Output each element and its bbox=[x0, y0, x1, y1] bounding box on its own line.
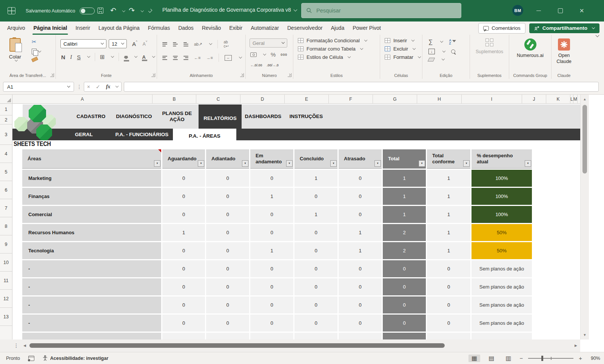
filter-button[interactable]: ▾ bbox=[198, 160, 204, 167]
cell-atrasado[interactable]: 0 bbox=[339, 315, 382, 332]
cell-area[interactable]: - bbox=[22, 260, 161, 277]
cell-total[interactable]: 1 bbox=[383, 170, 426, 187]
enter-icon[interactable]: ✓ bbox=[96, 84, 100, 90]
cell-concluido[interactable]: 0 bbox=[294, 242, 337, 259]
find-icon[interactable] bbox=[451, 49, 455, 54]
align-top-icon[interactable] bbox=[162, 42, 167, 46]
cell-aguardando[interactable]: 0 bbox=[162, 170, 205, 187]
comments-button[interactable]: Comentários bbox=[478, 23, 525, 34]
cut-icon[interactable]: ✂ bbox=[32, 38, 37, 45]
cell-concluido[interactable]: 0 bbox=[294, 188, 337, 205]
redo-icon[interactable]: ↷ bbox=[129, 6, 135, 15]
cell-area[interactable]: - bbox=[22, 278, 161, 295]
cell-total[interactable]: 0 bbox=[383, 315, 426, 332]
cell-desempenho[interactable]: 100% bbox=[471, 188, 532, 205]
cell-desempenho[interactable]: 100% bbox=[471, 170, 532, 187]
cell-aguardando[interactable]: 0 bbox=[162, 278, 205, 295]
cell-atrasado[interactable]: 0 bbox=[339, 296, 382, 313]
cell-aguardando[interactable]: 0 bbox=[162, 315, 205, 332]
cell-concluido[interactable]: 1 bbox=[294, 206, 337, 223]
cell-area[interactable]: - bbox=[22, 296, 161, 313]
filter-button[interactable]: ▾ bbox=[154, 160, 160, 167]
scroll-left-icon[interactable]: ◀ bbox=[23, 344, 26, 347]
quick-access-chevron[interactable] bbox=[148, 9, 153, 13]
ribbon-tab[interactable]: Ajuda bbox=[327, 22, 348, 35]
ribbon-tab[interactable]: Desenvolvedor bbox=[283, 22, 327, 35]
cell-total[interactable]: 0 bbox=[383, 296, 426, 313]
table-header-cell[interactable]: Em andamento ▾ bbox=[250, 149, 293, 169]
zoom-out-button[interactable]: − bbox=[519, 355, 523, 361]
row-header[interactable]: 1 bbox=[0, 104, 12, 115]
autosave-toggle[interactable] bbox=[80, 8, 95, 14]
align-bottom-icon[interactable] bbox=[183, 42, 188, 46]
horizontal-scroll-thumb[interactable] bbox=[29, 343, 445, 348]
name-box[interactable]: A1 bbox=[3, 82, 74, 92]
font-name-select[interactable]: Calibri bbox=[60, 39, 106, 48]
row-header[interactable]: 8 bbox=[0, 217, 12, 235]
cell-em-andamento[interactable]: 0 bbox=[250, 315, 293, 332]
table-header-cell[interactable]: Concluído ▾ bbox=[294, 149, 337, 169]
merge-center-icon[interactable]: ↔ bbox=[225, 55, 232, 61]
filter-button[interactable]: ▾ bbox=[419, 160, 425, 167]
row-header[interactable]: 7 bbox=[0, 199, 12, 217]
cell-adiantado[interactable]: 0 bbox=[206, 170, 249, 187]
cell-aguardando[interactable]: 0 bbox=[162, 260, 205, 277]
view-page-layout-button[interactable]: ▤ bbox=[485, 355, 497, 362]
cell-area[interactable]: Tecnologia bbox=[22, 242, 161, 259]
increase-indent-icon[interactable]: →≡ bbox=[206, 55, 213, 60]
align-middle-icon[interactable] bbox=[173, 42, 178, 46]
filter-button[interactable]: ▾ bbox=[286, 160, 293, 167]
cell-atrasado[interactable]: 0 bbox=[339, 170, 382, 187]
search-box[interactable] bbox=[301, 3, 461, 18]
sheet-subnav-tab[interactable]: GERAL bbox=[64, 129, 103, 140]
cell-aguardando[interactable]: 0 bbox=[162, 296, 205, 313]
cell-em-andamento[interactable]: 0 bbox=[250, 260, 293, 277]
cell-adiantado[interactable]: 0 bbox=[206, 224, 249, 241]
sheet-nav-tab[interactable]: DASHBOARDS bbox=[242, 104, 285, 129]
view-normal-button[interactable]: ▦ bbox=[468, 355, 480, 362]
cell-total-conforme[interactable]: 0 bbox=[427, 296, 470, 313]
column-header[interactable]: B bbox=[153, 95, 196, 103]
cell-aguardando[interactable]: 1 bbox=[162, 224, 205, 241]
cell-desempenho[interactable]: Sem planos de ação bbox=[471, 260, 532, 277]
row-header[interactable]: 10 bbox=[0, 253, 12, 272]
cell-total-conforme[interactable]: 1 bbox=[427, 206, 470, 223]
dialog-launcher-icon[interactable] bbox=[50, 73, 54, 77]
font-size-select[interactable]: 12 bbox=[109, 39, 127, 48]
row-header[interactable]: 5 bbox=[0, 163, 12, 181]
row-header[interactable]: 4 bbox=[0, 145, 12, 163]
cell-concluido[interactable]: 0 bbox=[294, 315, 337, 332]
ribbon-tab[interactable]: Página Inicial bbox=[29, 22, 71, 35]
document-title[interactable]: Planilha de Diagnóstico de Governança Co… bbox=[162, 7, 297, 13]
ribbon-tab[interactable]: Dados bbox=[174, 22, 197, 35]
dialog-launcher-icon[interactable] bbox=[151, 73, 155, 77]
sheet-options-kebab-icon[interactable]: ⋮ bbox=[14, 342, 19, 349]
ribbon-button[interactable]: Formatar como Tabela bbox=[298, 46, 367, 52]
align-right-icon[interactable] bbox=[183, 56, 188, 60]
minimize-button[interactable] bbox=[530, 0, 547, 22]
sheet-nav-tab[interactable]: RELATÓRIOS bbox=[199, 104, 242, 132]
ribbon-button[interactable]: Excluir bbox=[385, 46, 421, 52]
cell-em-andamento[interactable]: 0 bbox=[250, 170, 293, 187]
sheet-subnav-tab[interactable]: P.A. - ÁREAS bbox=[173, 129, 236, 143]
cell-total-conforme[interactable]: 0 bbox=[427, 278, 470, 295]
cell-atrasado[interactable]: 0 bbox=[339, 260, 382, 277]
save-icon[interactable] bbox=[97, 8, 103, 14]
ribbon-tab[interactable]: Fórmulas bbox=[144, 22, 174, 35]
row-header[interactable]: 3 bbox=[0, 124, 12, 145]
underline-button[interactable]: S bbox=[77, 54, 81, 60]
column-header[interactable]: H bbox=[417, 95, 462, 103]
paste-button[interactable]: Colar bbox=[5, 38, 25, 67]
cell-em-andamento[interactable]: 0 bbox=[250, 278, 293, 295]
increase-font-icon[interactable]: A^ bbox=[132, 41, 137, 47]
italic-button[interactable]: I bbox=[70, 54, 72, 60]
zoom-slider[interactable] bbox=[528, 358, 573, 359]
column-header[interactable]: E bbox=[285, 95, 329, 103]
table-header-cell[interactable]: Total conforme ▾ bbox=[427, 149, 470, 169]
redo-chevron[interactable] bbox=[141, 9, 144, 12]
addins-button[interactable]: Suplementos bbox=[470, 38, 509, 54]
vertical-scrollbar[interactable]: ▲ ▼ bbox=[580, 95, 589, 339]
cell-desempenho[interactable]: Sem planos de ação bbox=[471, 296, 532, 313]
filter-button[interactable]: ▾ bbox=[374, 160, 381, 167]
wrap-text-icon[interactable]: abc↩ bbox=[223, 40, 228, 48]
